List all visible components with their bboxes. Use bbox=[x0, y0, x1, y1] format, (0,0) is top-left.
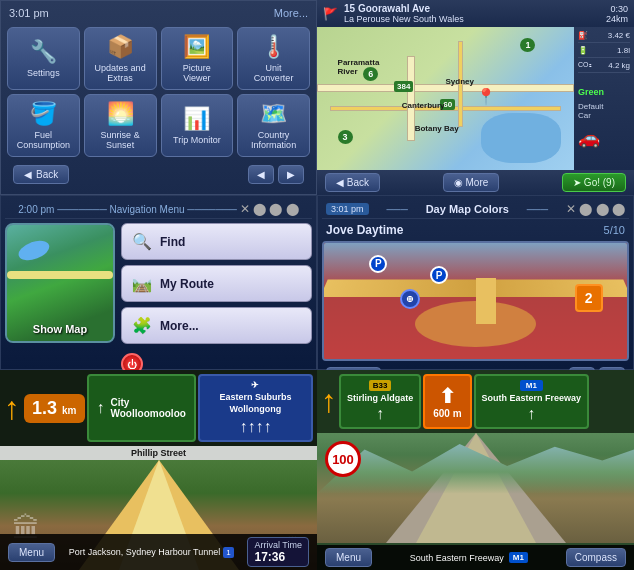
turn-arrow-icon: ↑ bbox=[4, 390, 20, 427]
nav-menu-header: 2:00 pm ─────── Navigation Menu ─────── … bbox=[5, 200, 312, 219]
my-route-label: My Route bbox=[160, 277, 214, 291]
trip-icon: 📊 bbox=[183, 106, 210, 132]
sunrise-label: Sunrise & Sunset bbox=[101, 130, 140, 150]
location-badge: 1 bbox=[223, 547, 233, 558]
unit-label: Unit Converter bbox=[254, 63, 294, 83]
b33-arrow-icon: ↑ bbox=[376, 405, 384, 423]
my-route-button[interactable]: 🛤️ My Route bbox=[121, 265, 312, 302]
map-address: 15 Goorawahl Ave La Perouse New South Wa… bbox=[344, 3, 600, 24]
arrows-up-icon: ↑↑↑↑ bbox=[239, 418, 271, 436]
map-panel: 🚩 15 Goorawahl Ave La Perouse New South … bbox=[317, 0, 634, 195]
day-close-icon[interactable]: ✕ ⬤ ⬤ ⬤ bbox=[566, 202, 625, 216]
bottom-nav-bar: ◀ Back ◀ ▶ bbox=[5, 162, 312, 187]
flag-icon: 🚩 bbox=[323, 7, 338, 21]
hw-location-info: South Eastern Freeway M1 bbox=[410, 552, 528, 563]
back-label: Back bbox=[36, 169, 58, 180]
b33-badge: B33 bbox=[369, 380, 392, 391]
menu-icons-grid: 🔧 Settings 📦 Updates and Extras 🖼️ Pictu… bbox=[5, 25, 312, 159]
hw-sign-m1: M1 South Eastern Freeway ↑ bbox=[474, 374, 590, 429]
map-visual[interactable]: 384 60 ParramattaRiver Sydney Canterbury… bbox=[317, 27, 574, 170]
label-canterbury: Canterbury bbox=[402, 101, 445, 110]
nav-menu-button[interactable]: Menu bbox=[8, 543, 55, 562]
menu-country[interactable]: 🗺️ Country Information bbox=[237, 94, 310, 157]
location-info: Port Jackson, Sydney Harbour Tunnel 1 bbox=[69, 547, 234, 558]
find-label: Find bbox=[160, 235, 185, 249]
trip-label: Trip Monitor bbox=[173, 135, 221, 145]
address-line2: La Perouse New South Wales bbox=[344, 14, 600, 24]
menu-updates[interactable]: 📦 Updates and Extras bbox=[84, 27, 157, 90]
parking-icon-1: P bbox=[369, 255, 387, 273]
car-label: DefaultCar bbox=[578, 102, 630, 120]
map-body: 384 60 ParramattaRiver Sydney Canterbury… bbox=[317, 27, 634, 170]
eta-time: 0:30 bbox=[606, 4, 628, 14]
more-options-label: More... bbox=[160, 319, 199, 333]
destination-sign-woolloomooloo: ↑ City Woolloomooloo bbox=[87, 374, 196, 442]
m1-arrow-icon: ↑ bbox=[527, 405, 535, 423]
label-botany: Botany Bay bbox=[415, 124, 459, 133]
car-icon: 🚗 bbox=[578, 127, 630, 149]
more-link[interactable]: More... bbox=[274, 7, 308, 19]
up-arrow-icon: ↑ bbox=[97, 399, 105, 417]
map-sidebar: ⛽3.42 € 🔋1.8l CO₂4.2 kg Green DefaultCar… bbox=[574, 27, 634, 170]
hw-location-badge: M1 bbox=[509, 552, 528, 563]
day-map-name: Jove Daytime bbox=[326, 223, 403, 237]
hw-sign-b33: B33 Stirling Aldgate ↑ bbox=[339, 374, 421, 429]
back-arrow-icon: ◀ bbox=[24, 169, 32, 180]
updates-label: Updates and Extras bbox=[95, 63, 146, 83]
co2-value: CO₂4.2 kg bbox=[578, 61, 630, 73]
picture-label: Picture Viewer bbox=[183, 63, 211, 83]
car-type: Green bbox=[578, 87, 630, 97]
fuel-volume: 🔋1.8l bbox=[578, 46, 630, 58]
nav-menu-title: Navigation Menu bbox=[110, 204, 185, 215]
picture-icon: 🖼️ bbox=[183, 34, 210, 60]
day-map-time: 3:01 pm bbox=[326, 203, 369, 215]
country-label: Country Information bbox=[251, 130, 296, 150]
nav-menu-panel: 2:00 pm ─────── Navigation Menu ─────── … bbox=[0, 195, 317, 370]
hw-menu-button[interactable]: Menu bbox=[325, 548, 372, 567]
show-map-button[interactable]: Show Map bbox=[5, 223, 115, 343]
fuel-icon: 🪣 bbox=[30, 101, 57, 127]
day-map-preview: P P ⊕ 2 bbox=[322, 241, 629, 361]
menu-unit[interactable]: 🌡️ Unit Converter bbox=[237, 27, 310, 90]
nav-bottom-bar: Menu Port Jackson, Sydney Harbour Tunnel… bbox=[0, 534, 317, 570]
hw-bottom-bar: Menu South Eastern Freeway M1 Compass bbox=[317, 545, 634, 570]
map-back-button[interactable]: ◀ Back bbox=[325, 173, 380, 192]
more-options-button[interactable]: 🧩 More... bbox=[121, 307, 312, 344]
route-3: 3 bbox=[338, 130, 353, 144]
day-map-header: 3:01 pm ─── Day Map Colors ─── ✕ ⬤ ⬤ ⬤ bbox=[322, 200, 629, 219]
day-map-count: 5/10 bbox=[604, 224, 625, 236]
show-map-label: Show Map bbox=[33, 323, 87, 335]
fuel-label: Fuel Consumption bbox=[17, 130, 70, 150]
close-icon[interactable]: ✕ ⬤ ⬤ ⬤ bbox=[240, 202, 299, 216]
eastern-suburbs-sign: ✈ Eastern Suburbs Wollongong ↑↑↑↑ bbox=[198, 374, 313, 442]
menu-sunrise[interactable]: 🌅 Sunrise & Sunset bbox=[84, 94, 157, 157]
menu-trip[interactable]: 📊 Trip Monitor bbox=[161, 94, 234, 157]
map-stats: 0:30 24km bbox=[606, 4, 628, 24]
time-display: 3:01 pm bbox=[9, 7, 49, 19]
route-icon: 🛤️ bbox=[132, 274, 152, 293]
compass-button[interactable]: Compass bbox=[566, 548, 626, 567]
nav-time: 2:00 pm bbox=[18, 204, 54, 215]
prev-button[interactable]: ◀ bbox=[248, 165, 274, 184]
arrival-box: Arrival Time 17:36 bbox=[247, 537, 309, 567]
map-header: 🚩 15 Goorawahl Ave La Perouse New South … bbox=[317, 0, 634, 27]
next-button[interactable]: ▶ bbox=[278, 165, 304, 184]
menu-settings[interactable]: 🔧 Settings bbox=[7, 27, 80, 90]
menu-picture[interactable]: 🖼️ Picture Viewer bbox=[161, 27, 234, 90]
map-bottom-bar: ◀ Back ◉ More ➤ Go! (9) bbox=[317, 170, 634, 195]
nav-3d-panel: ↑ 1.3 km ↑ City Woolloomooloo ✈ Eastern … bbox=[0, 370, 317, 570]
map-more-button[interactable]: ◉ More bbox=[443, 173, 500, 192]
back-button[interactable]: ◀ Back bbox=[13, 165, 69, 184]
day-map-title: Day Map Colors bbox=[426, 203, 509, 215]
turn-icon: ⬆ bbox=[439, 384, 456, 408]
find-button[interactable]: 🔍 Find bbox=[121, 223, 312, 260]
address-line1: 15 Goorawahl Ave bbox=[344, 3, 600, 14]
country-icon: 🗺️ bbox=[260, 101, 287, 127]
go-button[interactable]: ➤ Go! (9) bbox=[562, 173, 626, 192]
eta-distance: 24km bbox=[606, 14, 628, 24]
fuel-cost: ⛽3.42 € bbox=[578, 31, 630, 43]
highway-384: 384 bbox=[394, 81, 413, 92]
more-icon: 🧩 bbox=[132, 316, 152, 335]
hw-distance-sign: ⬆ 600 m bbox=[423, 374, 471, 429]
menu-fuel[interactable]: 🪣 Fuel Consumption bbox=[7, 94, 80, 157]
